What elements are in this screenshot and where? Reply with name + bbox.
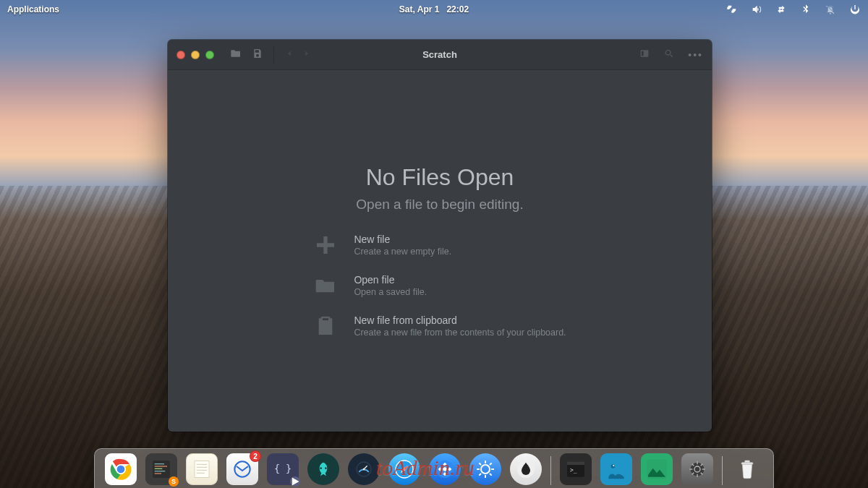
dock-software[interactable] [429, 453, 461, 485]
svg-point-15 [234, 461, 250, 476]
svg-rect-7 [155, 468, 163, 469]
applications-menu[interactable]: Applications [7, 4, 59, 14]
bluetooth-icon[interactable] [800, 4, 812, 15]
power-icon[interactable] [849, 4, 861, 15]
window-close-button[interactable] [176, 51, 185, 59]
svg-line-36 [479, 474, 481, 476]
dock-settings[interactable] [469, 453, 501, 485]
svg-line-34 [490, 474, 492, 476]
notifications-muted-icon[interactable] [825, 4, 836, 15]
search-icon[interactable] [663, 48, 675, 62]
svg-rect-6 [155, 466, 167, 466]
panel-time[interactable]: 22:02 [446, 4, 469, 14]
dock-ink[interactable] [510, 453, 542, 485]
svg-point-28 [481, 465, 490, 474]
titlebar-separator [273, 47, 274, 63]
top-panel: Applications Sat, Apr 1 22:02 [0, 0, 868, 19]
panel-date[interactable]: Sat, Apr 1 [399, 4, 440, 14]
svg-rect-39 [567, 461, 584, 465]
svg-point-18 [320, 467, 322, 469]
window-minimize-button[interactable] [191, 51, 200, 59]
menu-more-icon[interactable]: ••• [688, 49, 703, 61]
svg-rect-8 [155, 471, 166, 471]
svg-point-23 [363, 468, 365, 471]
svg-rect-9 [155, 473, 161, 474]
window-body: No Files Open Open a file to begin editi… [168, 70, 712, 432]
dock-code[interactable]: { } [267, 453, 299, 485]
run-badge-icon [290, 476, 300, 487]
svg-rect-55 [741, 463, 753, 465]
dock-sublime[interactable]: S [145, 453, 177, 485]
svg-rect-5 [155, 463, 164, 464]
new-file-desc: Create a new empty file. [354, 247, 451, 257]
open-folder-icon[interactable] [230, 48, 242, 62]
open-file-desc: Open a saved file. [354, 287, 427, 297]
dock-image[interactable] [641, 453, 673, 485]
svg-text:>_: >_ [570, 467, 577, 474]
dock-shotwell[interactable] [600, 453, 632, 485]
window-maximize-button[interactable] [205, 51, 214, 59]
dock-chrome[interactable] [105, 453, 137, 485]
new-from-clipboard-action[interactable]: New file from clipboard Create a new fil… [313, 314, 566, 338]
dock-stacer[interactable] [348, 453, 380, 485]
save-icon[interactable] [252, 48, 263, 62]
new-file-title: New file [354, 234, 451, 245]
svg-rect-10 [195, 461, 209, 478]
folder-icon [313, 273, 338, 298]
network-icon[interactable] [726, 4, 738, 15]
mail-badge: 2 [250, 450, 261, 462]
nav-back-icon[interactable] [284, 48, 294, 61]
svg-point-2 [117, 466, 124, 472]
volume-icon[interactable] [751, 4, 762, 15]
plus-icon [313, 233, 338, 257]
dock-terminal[interactable]: >_ [560, 453, 592, 485]
dock-separator [550, 456, 551, 485]
svg-text:{ }: { } [274, 463, 292, 474]
svg-line-35 [490, 463, 492, 465]
dock-separator-2 [722, 456, 723, 485]
clipboard-icon [313, 314, 338, 338]
window-titlebar[interactable]: Scratch ••• [168, 40, 712, 70]
sync-icon[interactable] [775, 4, 787, 15]
dock-notes[interactable] [186, 453, 218, 485]
clipboard-desc: Create a new file from the contents of y… [354, 328, 566, 338]
new-file-action[interactable]: New file Create a new empty file. [313, 233, 566, 257]
svg-line-33 [479, 463, 481, 465]
svg-rect-56 [745, 461, 750, 463]
dock-gitkraken[interactable] [307, 453, 339, 485]
empty-state-subhead: Open a file to begin editing. [356, 197, 523, 213]
scratch-window: Scratch ••• No Files Open Open a file to… [168, 40, 712, 432]
toggle-sidebar-icon[interactable] [639, 48, 650, 62]
svg-point-19 [325, 467, 327, 469]
clipboard-title: New file from clipboard [354, 314, 566, 326]
dock-safari[interactable] [388, 453, 420, 485]
sublime-badge-icon: S [169, 476, 179, 487]
dock: S 2 { } [94, 448, 774, 488]
open-file-title: Open file [354, 274, 427, 286]
nav-forward-icon[interactable] [302, 48, 312, 61]
open-file-action[interactable]: Open file Open a saved file. [313, 273, 566, 298]
empty-state-headline: No Files Open [366, 164, 514, 191]
svg-point-42 [611, 464, 615, 468]
dock-mail[interactable]: 2 [226, 453, 258, 485]
dock-preferences[interactable] [681, 453, 713, 485]
window-title: Scratch [422, 49, 457, 60]
svg-point-43 [613, 465, 614, 466]
dock-trash[interactable] [731, 453, 763, 485]
svg-point-27 [443, 467, 446, 471]
